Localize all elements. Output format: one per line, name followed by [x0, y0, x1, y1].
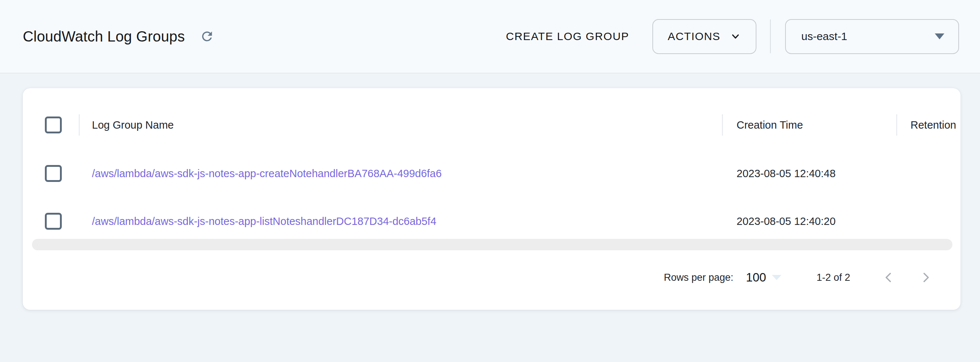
log-group-link[interactable]: /aws/lambda/aws-sdk-js-notes-app-createN… [92, 168, 442, 180]
triangle-down-icon [772, 275, 781, 280]
creation-time-value: 2023-08-05 12:40:48 [737, 168, 835, 180]
chevron-left-icon [881, 270, 896, 285]
row-checkbox[interactable] [45, 213, 62, 230]
column-header-log-group-name: Log Group Name [92, 119, 173, 131]
region-selector[interactable]: us-east-1 [785, 19, 959, 54]
rows-per-page-label: Rows per page: [664, 272, 733, 283]
column-header-creation-time: Creation Time [737, 119, 803, 131]
log-groups-card: Log Group Name Creation Time Retention /… [23, 88, 961, 310]
next-page-button[interactable] [914, 266, 938, 289]
rows-per-page-select[interactable]: 100 [746, 270, 781, 284]
create-log-group-button[interactable]: CREATE LOG GROUP [502, 23, 633, 50]
column-header-retention: Retention [910, 119, 956, 131]
row-checkbox[interactable] [45, 165, 62, 182]
region-selector-value: us-east-1 [801, 30, 847, 43]
table-row: /aws/lambda/aws-sdk-js-notes-app-listNot… [23, 197, 961, 245]
table-header-row: Log Group Name Creation Time Retention [23, 101, 961, 149]
log-group-link[interactable]: /aws/lambda/aws-sdk-js-notes-app-listNot… [92, 215, 436, 227]
pagination-bar: Rows per page: 100 1-2 of 2 [664, 259, 938, 296]
horizontal-scrollbar[interactable] [32, 239, 953, 250]
triangle-down-icon [935, 33, 944, 39]
refresh-button[interactable] [198, 27, 216, 45]
column-divider [896, 114, 897, 136]
creation-time-value: 2023-08-05 12:40:20 [737, 215, 835, 227]
table-row: /aws/lambda/aws-sdk-js-notes-app-createN… [23, 149, 961, 197]
previous-page-button[interactable] [877, 266, 900, 289]
chevron-down-icon [730, 31, 741, 42]
chevron-right-icon [919, 270, 933, 285]
column-divider [722, 114, 723, 136]
pagination-range: 1-2 of 2 [816, 272, 850, 283]
rows-per-page-value: 100 [746, 270, 766, 284]
refresh-icon [200, 29, 215, 44]
column-divider [79, 114, 80, 136]
actions-dropdown-button[interactable]: ACTIONS [652, 19, 756, 54]
vertical-divider [770, 19, 771, 53]
select-all-checkbox[interactable] [45, 116, 62, 133]
top-header-bar: CloudWatch Log Groups CREATE LOG GROUP A… [0, 0, 980, 73]
page-title: CloudWatch Log Groups [23, 28, 185, 45]
actions-button-label: ACTIONS [668, 30, 721, 43]
